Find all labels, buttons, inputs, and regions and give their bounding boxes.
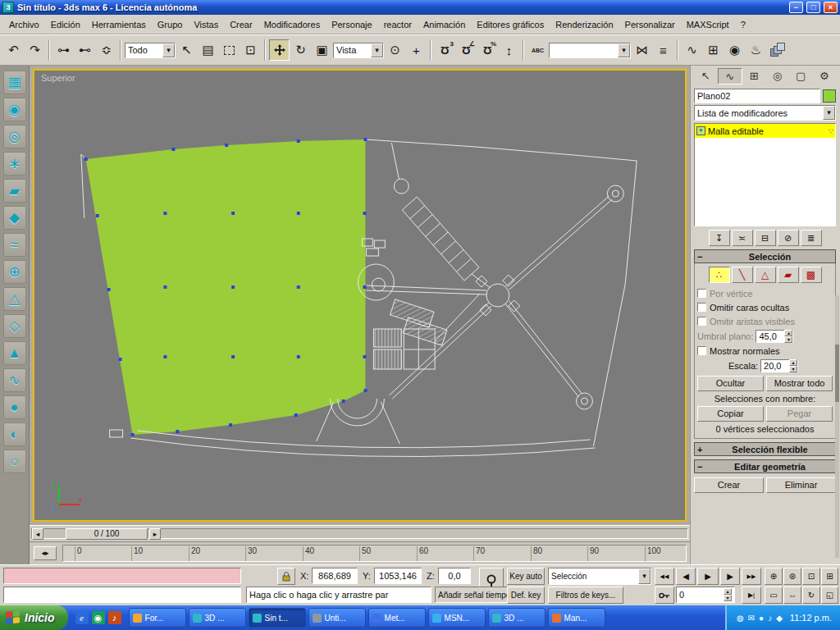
next-frame-icon[interactable]: ▶ xyxy=(720,568,740,585)
show-end-result-icon[interactable]: ≍ xyxy=(732,230,753,246)
maximize-button[interactable]: □ xyxy=(806,2,820,13)
reactor-tool-icon[interactable]: △ xyxy=(3,287,26,311)
undo-icon[interactable]: ↶ xyxy=(3,39,24,61)
end-frame-icon[interactable]: ▶| xyxy=(742,587,761,604)
escala-spinner[interactable]: ▴▾ xyxy=(789,359,797,372)
menu-help[interactable]: ? xyxy=(735,17,751,32)
angle-snap-icon[interactable]: Ω∠ xyxy=(456,39,477,61)
previous-frame-icon[interactable]: ◀ xyxy=(676,568,696,585)
subobject-face-icon[interactable]: △ xyxy=(755,267,776,283)
chevron-down-icon[interactable]: ▾ xyxy=(162,43,175,57)
track-bar-ruler[interactable]: 0 10 20 30 40 50 60 70 80 90 100 xyxy=(62,545,687,562)
taskbar-button[interactable]: 3D ... xyxy=(488,608,546,628)
rect-region-icon[interactable] xyxy=(219,39,240,61)
object-color-swatch[interactable] xyxy=(823,89,836,103)
select-link-icon[interactable]: ⊶ xyxy=(53,39,74,61)
window-crossing-icon[interactable]: ⊡ xyxy=(240,39,261,61)
min-max-toggle-icon[interactable]: ◱ xyxy=(821,587,838,604)
tray-icon[interactable]: ✉ xyxy=(748,614,755,623)
crear-button[interactable]: Crear xyxy=(694,477,764,493)
x-coord-field[interactable]: 868,689 xyxy=(312,568,358,584)
reactor-tool-icon[interactable]: ◇ xyxy=(3,314,26,338)
rotate-icon[interactable]: ↻ xyxy=(290,39,311,61)
make-unique-icon[interactable]: ⊟ xyxy=(755,230,776,246)
schematic-view-icon[interactable]: ⊞ xyxy=(703,39,724,61)
reactor-tool-icon[interactable]: ▰ xyxy=(3,179,26,203)
scale-icon[interactable]: ▣ xyxy=(312,39,332,61)
mini-curve-editor-icon[interactable]: ◂▸ xyxy=(34,546,57,560)
reactor-tool-icon[interactable]: ▦ xyxy=(3,71,26,94)
layer-stack-icon[interactable] xyxy=(767,39,788,61)
pin-stack-icon[interactable]: ↧ xyxy=(709,230,730,246)
menu-personaje[interactable]: Personaje xyxy=(326,17,378,32)
spin-up-icon[interactable]: ▴ xyxy=(784,330,792,336)
pivot-center-icon[interactable]: ⊙ xyxy=(385,39,405,61)
select-by-name-icon[interactable]: ▤ xyxy=(198,39,218,61)
macro-recorder-field[interactable] xyxy=(3,568,241,584)
remove-modifier-icon[interactable]: ⊘ xyxy=(778,230,799,246)
reactor-tool-icon[interactable]: ◐ xyxy=(3,422,26,446)
chevron-down-icon[interactable]: ▾ xyxy=(618,43,630,57)
go-to-start-icon[interactable]: ◀◀ xyxy=(655,568,674,585)
chevron-down-icon[interactable]: ▾ xyxy=(371,43,383,57)
spinner-snap-icon[interactable]: ↕ xyxy=(499,39,519,61)
reactor-tool-icon[interactable]: ○ xyxy=(3,450,26,473)
go-to-end-icon[interactable]: ▶▶ xyxy=(742,568,761,585)
escala-field[interactable]: 20,0 ▴▾ xyxy=(760,359,798,372)
unlink-icon[interactable]: ⊷ xyxy=(75,39,95,61)
modifier-list-combo[interactable]: Lista de modificadores ▾ xyxy=(694,105,836,121)
time-slider-left-icon[interactable]: ◂ xyxy=(32,528,43,540)
omitir-caras-checkbox[interactable] xyxy=(697,303,706,312)
redo-icon[interactable]: ↷ xyxy=(25,39,45,61)
menu-crear[interactable]: Crear xyxy=(224,17,258,32)
menu-editores-graficos[interactable]: Editores gráficos xyxy=(471,17,550,32)
close-button[interactable]: × xyxy=(824,2,838,13)
z-coord-field[interactable]: 0,0 xyxy=(438,568,471,584)
subobject-polygon-icon[interactable]: ▰ xyxy=(778,267,799,283)
panel-scrollbar[interactable] xyxy=(835,295,839,558)
menu-edicion[interactable]: Edición xyxy=(45,17,86,32)
maxscript-listener-field[interactable] xyxy=(3,587,241,603)
modifier-stack[interactable]: + Malla editable ∵ xyxy=(694,123,836,226)
menu-renderizacion[interactable]: Renderización xyxy=(550,17,619,32)
play-animation-icon[interactable]: ▶ xyxy=(697,568,719,585)
minimize-button[interactable]: − xyxy=(789,2,803,13)
menu-maxscript[interactable]: MAXScript xyxy=(681,17,735,32)
quicklaunch-icon[interactable]: ♪ xyxy=(108,611,121,624)
reactor-tool-icon[interactable]: ◎ xyxy=(3,125,26,148)
tray-icon[interactable]: ● xyxy=(759,614,764,623)
taskbar-button-active[interactable]: Sin t... xyxy=(249,608,306,628)
umbral-plano-spinner[interactable]: ▴▾ xyxy=(784,330,792,343)
tab-motion-icon[interactable]: ◎ xyxy=(766,68,790,84)
reactor-tool-icon[interactable]: ∿ xyxy=(3,368,26,392)
object-name-field[interactable]: Plano02 xyxy=(694,89,820,103)
percent-snap-icon[interactable]: Ω% xyxy=(477,39,498,61)
tray-icon[interactable]: ◆ xyxy=(776,614,783,623)
panel-scrollbar-thumb[interactable] xyxy=(835,345,839,402)
taskbar-button[interactable]: Met... xyxy=(368,608,426,628)
configure-stack-icon[interactable]: ≣ xyxy=(801,230,822,246)
taskbar-button[interactable]: 3D ... xyxy=(189,608,246,628)
manipulate-icon[interactable]: + xyxy=(406,39,427,61)
reactor-tool-icon[interactable]: ∗ xyxy=(3,152,26,176)
spin-down-icon[interactable]: ▾ xyxy=(724,595,732,601)
time-slider-thumb[interactable]: 0 / 100 xyxy=(66,528,148,540)
umbral-plano-field[interactable]: 45,0 ▴▾ xyxy=(756,330,793,343)
reactor-tool-icon[interactable]: ⊕ xyxy=(3,260,26,284)
mirror-icon[interactable]: ⋈ xyxy=(632,39,652,61)
tab-create-icon[interactable]: ↖ xyxy=(694,68,718,84)
spin-down-icon[interactable]: ▾ xyxy=(784,336,792,343)
reactor-tool-icon[interactable]: ● xyxy=(3,395,26,419)
menu-vistas[interactable]: Vistas xyxy=(188,17,224,32)
align-icon[interactable]: ≡ xyxy=(653,39,673,61)
select-object-icon[interactable]: ↖ xyxy=(176,39,197,61)
selection-lock-button[interactable] xyxy=(277,568,295,585)
quicklaunch-icon[interactable]: ◉ xyxy=(92,611,105,624)
reactor-tool-icon[interactable]: ≈ xyxy=(3,233,26,257)
material-editor-icon[interactable]: ◉ xyxy=(724,39,745,61)
quicklaunch-ie-icon[interactable]: e xyxy=(75,611,89,624)
mostrar-normales-checkbox[interactable] xyxy=(697,346,706,355)
current-frame-field[interactable]: 0 ▴▾ xyxy=(676,587,735,603)
tray-icon[interactable]: ◍ xyxy=(737,614,744,623)
reactor-tool-icon[interactable]: ◆ xyxy=(3,206,26,230)
